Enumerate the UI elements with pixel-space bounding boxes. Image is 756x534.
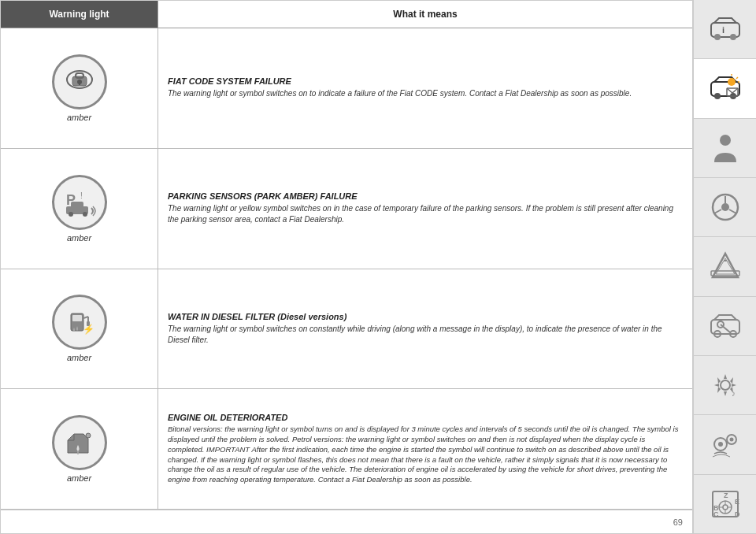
svg-point-59	[723, 505, 728, 510]
svg-point-24	[714, 93, 721, 99]
header-what-it-means: What it means	[158, 1, 692, 28]
amber-label-4: amber	[67, 473, 91, 483]
info-cell-fiat-code: FIAT CODE SYSTEM FAILURE The warning lig…	[158, 28, 692, 148]
header-warning-light: Warning light	[1, 1, 158, 28]
svg-text:!: !	[80, 191, 83, 200]
svg-point-17	[86, 433, 91, 438]
svg-rect-8	[71, 202, 83, 208]
table-row: amber FIAT CODE SYSTEM FAILURE The warni…	[1, 28, 692, 149]
diesel-filter-icon: ⚡	[52, 295, 107, 350]
bottom-bar: 69	[1, 510, 692, 533]
svg-point-21	[730, 34, 736, 40]
svg-line-35	[714, 210, 721, 213]
info-cell-parking: PARKING SENSORS (PARK AMBER) FAILURE The…	[158, 149, 692, 269]
warning-cell-fiat-code: amber	[1, 28, 158, 148]
sidebar-item-settings[interactable]: ♪	[694, 356, 756, 415]
svg-point-10	[83, 212, 87, 217]
svg-line-28	[736, 77, 738, 79]
sidebar-item-steering[interactable]	[694, 178, 756, 237]
engine-oil-title: ENGINE OIL DETERIORATED	[168, 413, 683, 422]
engine-oil-text: Bitonal versions: the warning light or s…	[168, 425, 683, 485]
parking-sensors-icon: P !	[52, 175, 107, 230]
fiat-code-text: The warning light or symbol switches on …	[168, 88, 683, 99]
sidebar-item-hazard[interactable]	[694, 237, 756, 296]
sidebar-item-maps[interactable]: Z E B D C	[694, 475, 756, 534]
svg-line-36	[729, 210, 736, 213]
warning-cell-engine-oil: amber	[1, 389, 158, 509]
sidebar-item-tools[interactable]	[694, 297, 756, 356]
svg-point-26	[728, 78, 736, 86]
svg-text:D: D	[735, 510, 740, 518]
right-sidebar: i	[693, 0, 756, 534]
svg-text:♪: ♪	[732, 389, 736, 398]
diesel-text: The warning light or symbol switches on …	[168, 324, 683, 346]
table-row: ⚡ amber WATER IN DIESEL FILTER (Diesel v…	[1, 269, 692, 390]
main-content: Warning light What it means amber	[0, 0, 693, 534]
info-cell-diesel: WATER IN DIESEL FILTER (Diesel versions)…	[158, 269, 692, 389]
svg-text:Z: Z	[724, 491, 728, 499]
svg-rect-12	[72, 315, 82, 321]
sidebar-item-car-info[interactable]: i	[694, 0, 756, 59]
page-number: 69	[673, 517, 683, 527]
svg-point-20	[714, 34, 721, 40]
table-row: P ! amber PARKING SENSORS (PARK AM	[1, 149, 692, 269]
svg-point-33	[721, 203, 729, 211]
amber-label-1: amber	[67, 113, 91, 122]
svg-point-49	[718, 442, 723, 447]
table-body: amber FIAT CODE SYSTEM FAILURE The warni…	[1, 28, 692, 510]
parking-title: PARKING SENSORS (PARK AMBER) FAILURE	[168, 191, 683, 201]
parking-text: The warning light or yellow symbol switc…	[168, 203, 683, 225]
svg-point-51	[729, 438, 733, 442]
amber-label-2: amber	[67, 233, 91, 243]
diesel-title: WATER IN DIESEL FILTER (Diesel versions)	[168, 312, 683, 321]
fiat-code-title: FIAT CODE SYSTEM FAILURE	[168, 76, 683, 86]
header-row: Warning light What it means	[1, 1, 692, 28]
warning-cell-diesel: ⚡ amber	[1, 269, 158, 389]
info-cell-engine-oil: ENGINE OIL DETERIORATED Bitonal versions…	[158, 389, 692, 509]
svg-rect-2	[76, 73, 83, 78]
svg-text:C: C	[713, 510, 719, 518]
svg-text:i: i	[722, 25, 724, 35]
svg-point-31	[720, 135, 731, 146]
engine-oil-icon	[52, 415, 107, 470]
svg-text:⚡: ⚡	[83, 323, 94, 335]
amber-label-3: amber	[67, 353, 91, 362]
sidebar-item-music[interactable]	[694, 415, 756, 474]
table-row: amber ENGINE OIL DETERIORATED Bitonal ve…	[1, 389, 692, 510]
svg-rect-40	[724, 260, 727, 261]
fiat-code-icon	[52, 54, 107, 109]
svg-line-44	[721, 324, 730, 332]
sidebar-item-people[interactable]	[694, 119, 756, 178]
warning-cell-parking: P ! amber	[1, 149, 158, 269]
svg-point-46	[721, 380, 730, 390]
svg-text:E: E	[735, 498, 739, 506]
sidebar-item-warning-lights[interactable]	[694, 59, 756, 118]
svg-point-9	[69, 212, 73, 217]
